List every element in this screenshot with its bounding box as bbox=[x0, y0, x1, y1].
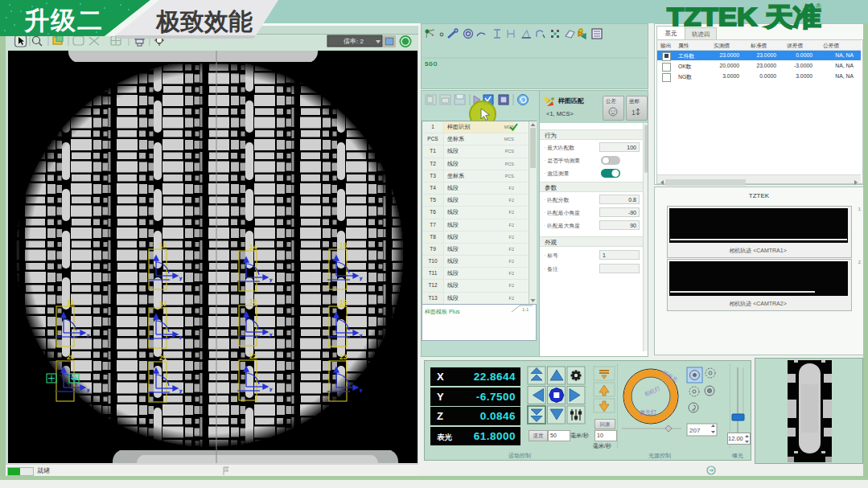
svg-text:TZTEK 天准: TZTEK 天准 bbox=[667, 2, 821, 31]
svg-text:16: 16 bbox=[67, 298, 75, 306]
svg-text:®: ® bbox=[816, 2, 821, 10]
svg-text:18: 18 bbox=[249, 297, 257, 306]
svg-text:19: 19 bbox=[339, 298, 348, 306]
svg-text:15: 15 bbox=[339, 241, 348, 249]
svg-text:21: 21 bbox=[159, 354, 167, 362]
svg-text:极致效能: 极致效能 bbox=[155, 8, 253, 35]
svg-text:1:1: 1:1 bbox=[522, 307, 529, 312]
svg-text:23: 23 bbox=[339, 353, 348, 361]
svg-text:22: 22 bbox=[249, 352, 257, 360]
svg-text:升级二: 升级二 bbox=[23, 6, 104, 35]
svg-text:倍率: 2: 倍率: 2 bbox=[343, 38, 364, 45]
svg-text:207: 207 bbox=[689, 427, 701, 434]
svg-text:14: 14 bbox=[249, 243, 257, 251]
svg-text:相机灯: 相机灯 bbox=[644, 385, 661, 398]
svg-text:17: 17 bbox=[159, 300, 167, 308]
svg-text:20: 20 bbox=[67, 353, 75, 361]
svg-text:激光灯: 激光灯 bbox=[640, 409, 656, 416]
svg-text:SGO: SGO bbox=[425, 61, 438, 67]
svg-text:1: 1 bbox=[631, 109, 636, 117]
svg-text:13: 13 bbox=[159, 241, 167, 249]
